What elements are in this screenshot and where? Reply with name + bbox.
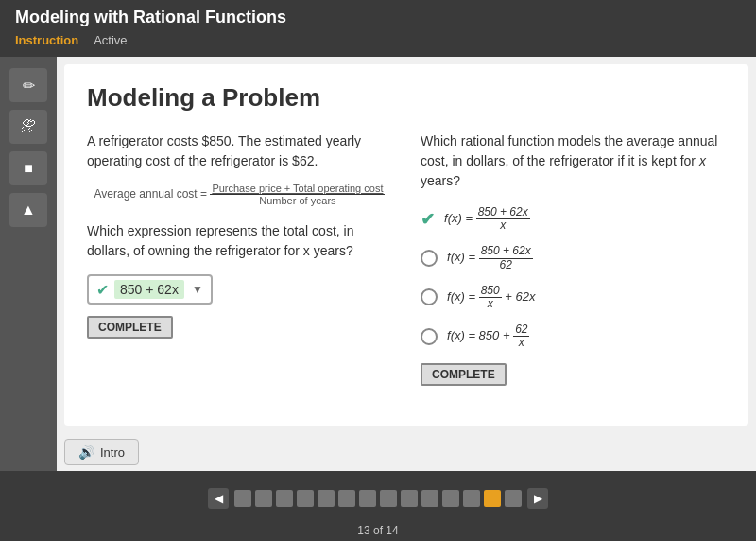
- page-dot-11[interactable]: [442, 490, 459, 507]
- tab-active[interactable]: Active: [94, 31, 127, 49]
- page-dots: [234, 490, 522, 507]
- upload-icon: ▲: [21, 201, 36, 218]
- two-columns: A refrigerator costs $850. The estimated…: [87, 131, 726, 386]
- right-complete-button[interactable]: COMPLETE: [421, 363, 507, 386]
- calculator-button[interactable]: ■: [9, 151, 47, 185]
- formula-denominator: Number of years: [257, 195, 337, 206]
- next-button[interactable]: ▶: [527, 488, 548, 509]
- headphones-icon: ⛈: [21, 118, 36, 135]
- problem-statement: A refrigerator costs $850. The estimated…: [87, 131, 392, 171]
- tab-instruction[interactable]: Instruction: [15, 31, 78, 49]
- check-icon: ✔: [96, 281, 109, 299]
- page-dot-7[interactable]: [359, 490, 376, 507]
- formula-numerator: Purchase price + Total operating cost: [210, 183, 385, 195]
- right-column: Which rational function models the avera…: [421, 131, 726, 386]
- radio-2[interactable]: [421, 250, 438, 267]
- page-main-title: Modeling with Rational Functions: [15, 8, 741, 27]
- audio-row: 🔊 Intro: [57, 433, 756, 471]
- radio-4[interactable]: [421, 328, 438, 345]
- dropdown-arrow-icon: ▼: [192, 283, 203, 296]
- left-column: A refrigerator costs $850. The estimated…: [87, 131, 392, 386]
- headphones-button[interactable]: ⛈: [9, 110, 47, 144]
- option-2[interactable]: f(x) = 850 + 62x 62: [421, 245, 726, 270]
- answer-value: 850 + 62x: [114, 280, 184, 299]
- formula-label: Average annual cost =: [94, 187, 208, 201]
- prev-button[interactable]: ◀: [208, 488, 229, 509]
- formula-fraction: Purchase price + Total operating cost Nu…: [210, 187, 385, 201]
- page-dot-14[interactable]: [505, 490, 522, 507]
- pencil-icon: ✏: [23, 77, 35, 95]
- formula-row: Average annual cost = Purchase price + T…: [87, 183, 392, 206]
- audio-button[interactable]: 🔊 Intro: [64, 439, 139, 465]
- option-1-formula: f(x) = 850 + 62x x: [444, 206, 530, 232]
- page-dot-2[interactable]: [255, 490, 272, 507]
- content-inner: Modeling a Problem A refrigerator costs …: [64, 64, 748, 426]
- page-count: 13 of 14: [357, 524, 398, 537]
- option-3-formula: f(x) = 850 x + 62x: [447, 285, 535, 310]
- audio-icon: 🔊: [78, 445, 94, 460]
- page-dot-4[interactable]: [297, 490, 314, 507]
- page-dot-8[interactable]: [380, 490, 397, 507]
- page-dot-3[interactable]: [276, 490, 293, 507]
- top-header: Modeling with Rational Functions Instruc…: [0, 0, 756, 57]
- bottom-nav-wrapper: ◀ ▶ 13 of 14: [0, 471, 756, 541]
- page-dot-13[interactable]: [484, 490, 501, 507]
- tab-bar: Instruction Active: [15, 31, 741, 49]
- section-title: Modeling a Problem: [87, 83, 726, 113]
- sidebar: ✏ ⛈ ■ ▲: [0, 57, 57, 471]
- option-4[interactable]: f(x) = 850 + 62 x: [421, 323, 726, 349]
- page-dot-9[interactable]: [401, 490, 418, 507]
- right-question: Which rational function models the avera…: [421, 131, 726, 191]
- page-dot-10[interactable]: [421, 490, 438, 507]
- option-3[interactable]: f(x) = 850 x + 62x: [421, 285, 726, 310]
- checkmark-icon: ✔: [421, 209, 435, 230]
- upload-button[interactable]: ▲: [9, 193, 47, 227]
- option-2-formula: f(x) = 850 + 62x 62: [447, 245, 533, 270]
- audio-label: Intro: [100, 445, 125, 460]
- page-dot-5[interactable]: [318, 490, 335, 507]
- page-dot-1[interactable]: [234, 490, 251, 507]
- page-dot-6[interactable]: [338, 490, 355, 507]
- bottom-nav: ◀ ▶: [208, 477, 548, 520]
- pencil-button[interactable]: ✏: [9, 68, 47, 102]
- left-complete-button[interactable]: COMPLETE: [87, 316, 173, 339]
- left-question: Which expression represents the total co…: [87, 221, 392, 261]
- page-dot-12[interactable]: [463, 490, 480, 507]
- radio-3[interactable]: [421, 288, 438, 305]
- answer-dropdown[interactable]: ✔ 850 + 62x ▼: [87, 274, 213, 305]
- calculator-icon: ■: [24, 160, 33, 177]
- option-1[interactable]: ✔ f(x) = 850 + 62x x: [421, 206, 726, 232]
- content-area: Modeling a Problem A refrigerator costs …: [57, 57, 756, 471]
- main-layout: ✏ ⛈ ■ ▲ Modeling a Problem A refrigerato…: [0, 57, 756, 471]
- option-4-formula: f(x) = 850 + 62 x: [447, 323, 529, 349]
